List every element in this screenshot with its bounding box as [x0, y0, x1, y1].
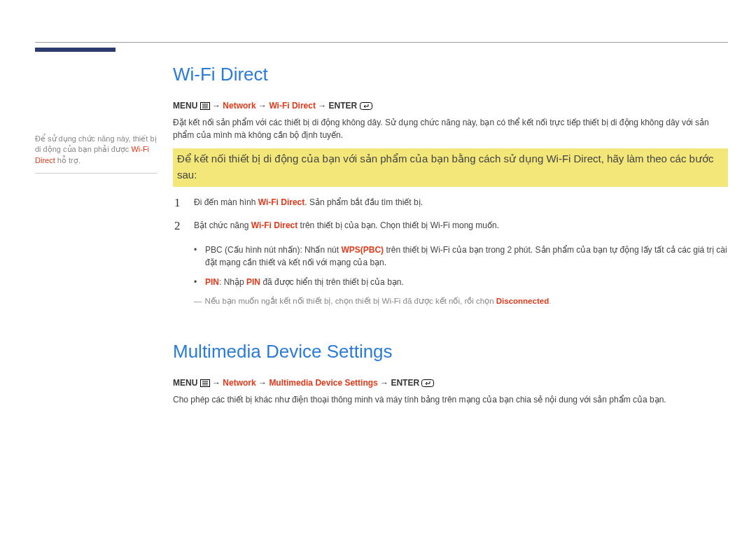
steps-list: Đi đến màn hình Wi-Fi Direct. Sản phẩm b… [173, 197, 728, 232]
bullet-pin: PIN: Nhập PIN đã được hiển thị trên thiế… [194, 276, 728, 288]
footnote: ―Nếu bạn muốn ngắt kết nối thiết bị, chọ… [194, 295, 728, 307]
section-title-wifi: Wi-Fi Direct [173, 64, 728, 85]
menu-icon [200, 102, 210, 110]
step-2: Bật chức năng Wi-Fi Direct trên thiết bị… [173, 220, 728, 232]
nav-path-multimedia: MENU → Network → Multimedia Device Setti… [173, 378, 728, 388]
enter-icon [360, 102, 372, 110]
section-title-multimedia: Multimedia Device Settings [173, 341, 728, 363]
footnote-dash: ― [194, 295, 202, 307]
accent-bar [35, 48, 115, 52]
step2-highlight: Wi-Fi Direct [251, 220, 298, 230]
bullet-list: PBC (Cấu hình nút nhấn): Nhấn nút WPS(PB… [194, 244, 728, 288]
nav2-item: Multimedia Device Settings [269, 378, 377, 388]
section2-body: Cho phép các thiết bị khác như điện thoạ… [173, 393, 728, 406]
bullet2-hl2: PIN [246, 277, 260, 287]
sidebar-note-post: hỗ trợ. [55, 156, 80, 164]
nav-network: Network [223, 101, 255, 111]
step-1: Đi đến màn hình Wi-Fi Direct. Sản phẩm b… [173, 197, 728, 209]
nav2-menu-label: MENU [173, 378, 197, 388]
nav-menu-label: MENU [173, 101, 197, 111]
bullet2-hl1: PIN [205, 277, 219, 287]
nav-enter-label: ENTER [329, 101, 358, 111]
sidebar: Để sử dụng chức năng này, thiết bị di độ… [35, 51, 158, 410]
nav-path-wifi: MENU → Network → Wi-Fi Direct → ENTER [173, 101, 728, 111]
main-content: Wi-Fi Direct MENU → Network → Wi-Fi Dire… [173, 51, 728, 410]
footnote-highlight: Disconnected [496, 297, 549, 305]
sidebar-note: Để sử dụng chức năng này, thiết bị di độ… [35, 134, 158, 174]
intro-text: Đặt kết nối sản phẩm với các thiết bị di… [173, 116, 728, 141]
nav2-network: Network [223, 378, 255, 388]
highlight-instruction: Để kết nối thiết bị di động của bạn với … [173, 148, 728, 187]
nav-item: Wi-Fi Direct [269, 101, 316, 111]
bullet-pbc: PBC (Cấu hình nút nhấn): Nhấn nút WPS(PB… [194, 244, 728, 269]
step1-highlight: Wi-Fi Direct [258, 197, 305, 207]
nav2-enter-label: ENTER [391, 378, 419, 388]
bullet1-highlight: WPS(PBC) [341, 245, 384, 255]
menu-icon [200, 379, 210, 387]
enter-icon [421, 379, 434, 387]
